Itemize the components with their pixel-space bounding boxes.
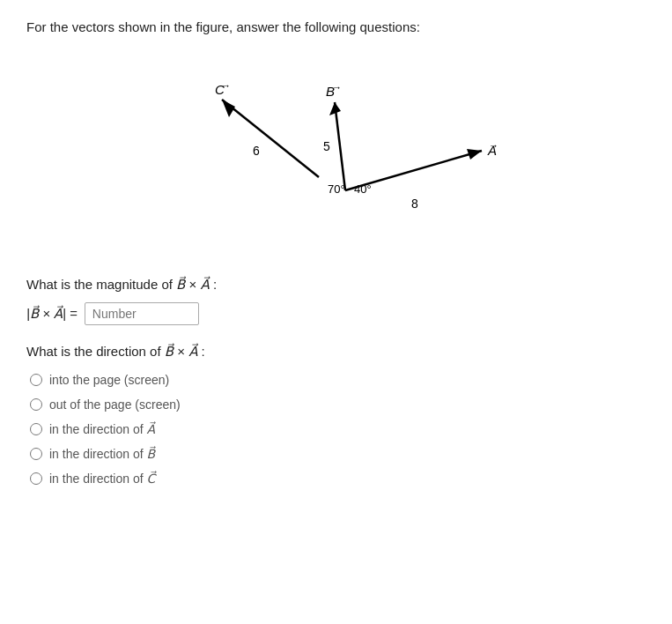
direction-radio-group: into the page (screen) out of the page (… xyxy=(30,373,646,486)
angle-70: 70° xyxy=(328,182,345,196)
option-into-page-label: into the page (screen) xyxy=(49,373,169,387)
vector-A-length: 8 xyxy=(411,197,418,211)
option-direction-C-label: in the direction of C⃗ xyxy=(49,472,155,486)
radio-out-of-page[interactable] xyxy=(30,398,42,411)
magnitude-eq-label: |B⃗ × A⃗| = xyxy=(26,306,78,322)
vectors-figure: B → 5 A → 8 70° 40° C → 6 xyxy=(151,54,521,248)
option-direction-A[interactable]: in the direction of A⃗ xyxy=(30,422,646,436)
vector-B-length: 5 xyxy=(323,139,330,153)
magnitude-input[interactable] xyxy=(85,302,199,325)
magnitude-question-block: What is the magnitude of B⃗ × A⃗ : |B⃗ ×… xyxy=(26,274,646,325)
option-direction-A-label: in the direction of A⃗ xyxy=(49,422,155,436)
option-direction-C[interactable]: in the direction of C⃗ xyxy=(30,472,646,486)
radio-direction-C[interactable] xyxy=(30,472,42,485)
option-direction-B[interactable]: in the direction of B⃗ xyxy=(30,447,646,461)
figure-container: B → 5 A → 8 70° 40° C → 6 xyxy=(26,54,646,248)
radio-direction-B[interactable] xyxy=(30,448,42,460)
radio-direction-A[interactable] xyxy=(30,423,42,435)
direction-expression: B⃗ × A⃗ xyxy=(165,344,202,359)
vector-B-arrow-symbol: → xyxy=(332,82,342,93)
vector-C-arrowhead xyxy=(222,100,235,117)
option-out-of-page[interactable]: out of the page (screen) xyxy=(30,397,646,412)
vector-C-arrow-symbol: → xyxy=(221,80,231,91)
angle-40: 40° xyxy=(354,182,372,196)
radio-into-page[interactable] xyxy=(30,374,42,386)
vector-B-line xyxy=(335,102,345,190)
option-direction-B-label: in the direction of B⃗ xyxy=(49,447,155,461)
magnitude-question-label: What is the magnitude of B⃗ × A⃗ : xyxy=(26,274,646,295)
direction-question-label: What is the direction of B⃗ × A⃗ : xyxy=(26,341,646,362)
vector-A-arrow-symbol: → xyxy=(489,140,498,151)
vector-C-length: 6 xyxy=(253,144,260,158)
magnitude-expression: B⃗ × A⃗ xyxy=(176,277,213,292)
option-out-of-page-label: out of the page (screen) xyxy=(49,397,181,412)
magnitude-row: |B⃗ × A⃗| = xyxy=(26,302,646,325)
vector-C-line xyxy=(222,100,319,177)
direction-question-block: What is the direction of B⃗ × A⃗ : into … xyxy=(26,341,646,486)
intro-text: For the vectors shown in the figure, ans… xyxy=(26,18,646,38)
vector-A-arrowhead xyxy=(467,149,482,160)
option-into-page[interactable]: into the page (screen) xyxy=(30,373,646,387)
